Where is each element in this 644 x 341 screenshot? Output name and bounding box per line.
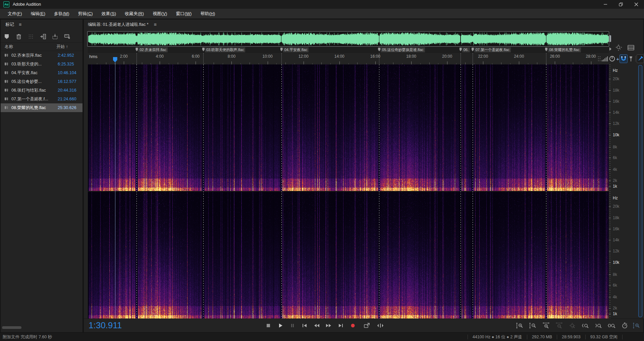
menu-favorites[interactable]: 收藏夹(R) (120, 11, 148, 17)
pin-editor-icon[interactable] (637, 54, 644, 63)
marker-list-row[interactable]: 02.齐来崇拜.flac2:42.952 (1, 51, 83, 60)
frequency-tick-label: 14k (613, 110, 619, 115)
panel-menu-icon[interactable]: ≡ (19, 22, 21, 27)
navigate-zoom-icon[interactable] (615, 44, 623, 53)
insert-range-markers-button[interactable] (49, 32, 61, 41)
menu-help[interactable]: 帮助(H) (196, 11, 219, 17)
batch-markers-button[interactable] (25, 32, 37, 41)
ruler-tick-label: 12:00 (299, 54, 309, 59)
insert-into-playlist-button[interactable] (37, 32, 49, 41)
zoom-to-in-point-button[interactable] (580, 322, 591, 330)
export-markers-button[interactable] (61, 32, 73, 41)
ruler-tick (447, 61, 447, 64)
zoom-in-amplitude-button[interactable] (515, 322, 525, 330)
play-button[interactable] (275, 321, 285, 330)
minimize-button[interactable] (598, 0, 613, 9)
marker-pen-icon[interactable] (628, 54, 634, 63)
menu-edit[interactable]: 编辑(E) (26, 11, 50, 17)
ruler-tick (339, 61, 340, 64)
zoom-to-selection-button[interactable] (606, 322, 617, 330)
ruler-tick-label: 18:00 (406, 54, 416, 59)
zoom-in-vertical-button[interactable] (631, 322, 642, 330)
snap-magnet-icon[interactable] (620, 54, 628, 63)
marker-list-row[interactable]: 05.这位奇妙婴...16:12.577 (1, 77, 83, 86)
snap-plus-label[interactable]: + (616, 54, 620, 63)
ruler-tick (555, 61, 555, 64)
overview-end-handle[interactable] (609, 35, 611, 42)
marker-flag-icon[interactable] (202, 48, 205, 51)
delete-marker-button[interactable] (13, 32, 25, 41)
menu-effects[interactable]: 效果(S) (97, 11, 120, 17)
skip-to-end-button[interactable] (336, 321, 346, 330)
navigate-zoom-button[interactable] (567, 322, 578, 330)
marker-flag-icon[interactable] (472, 48, 474, 51)
record-button[interactable] (348, 321, 358, 330)
markers-strip-end-handle[interactable] (609, 47, 611, 51)
marker-flag-icon[interactable] (545, 48, 547, 51)
panel-drag-handle-icon[interactable] (597, 54, 601, 63)
transport-bar: 1:30.911 (84, 319, 643, 333)
status-free-space: 93.32 GB 空闲 (590, 334, 618, 340)
markers-hscroll-thumb[interactable] (2, 326, 21, 329)
pause-button[interactable] (287, 321, 298, 330)
menu-view[interactable]: 视图(V) (148, 11, 171, 17)
marker-list-row[interactable]: 08.荣耀的礼赞.flac25:30.626 (1, 103, 83, 112)
ruler-unit-label[interactable]: hms (89, 54, 98, 59)
restore-button[interactable] (613, 0, 629, 9)
editor-panel-menu-icon[interactable]: ≡ (154, 22, 157, 27)
menu-window[interactable]: 窗口(W) (171, 11, 196, 17)
spectrogram-display[interactable] (88, 64, 609, 319)
markers-panel-title[interactable]: 标记 (5, 21, 14, 28)
marker-strip-label[interactable]: 08.荣耀的礼赞.flac (548, 47, 581, 52)
marker-strip-label[interactable]: 06. (462, 47, 470, 52)
clock-time-icon[interactable] (608, 54, 616, 63)
stop-button[interactable] (263, 321, 273, 330)
current-time-display[interactable]: 1:30.911 (89, 320, 122, 331)
rewind-button[interactable] (312, 321, 322, 330)
frequency-tick-label: 10k (613, 260, 619, 265)
timeline-ruler[interactable]: hms 2:004:006:008:0010:0012:0014:0016:00… (88, 53, 609, 65)
marker-list-row[interactable]: 04.平安夜.flac10:46.104 (1, 68, 83, 77)
overview-waveform[interactable] (88, 32, 609, 46)
column-header-name[interactable]: 名称 (5, 44, 13, 50)
frequency-scrollbar[interactable] (638, 65, 642, 317)
marker-flag-icon[interactable] (378, 48, 380, 51)
marker-strip-label[interactable]: 05.这位奇妙婴孩是谁.flac (381, 47, 425, 52)
marker-strip-label[interactable]: 03.听那天使的歌声.flac (205, 47, 245, 52)
fast-forward-button[interactable] (324, 321, 334, 330)
marker-flag-icon[interactable] (136, 48, 138, 51)
skip-playhead-button[interactable] (375, 321, 385, 330)
frequency-tick (609, 181, 611, 181)
marker-flag-icon[interactable] (460, 48, 462, 51)
menu-clip[interactable]: 剪辑(C) (74, 11, 97, 17)
marker-list-row[interactable]: 07.第一个圣诞夜.f...21:24.660 (1, 95, 83, 103)
column-header-start[interactable]: 开始 ↑ (56, 44, 68, 50)
menu-file[interactable]: 文件(F) (3, 11, 26, 17)
frequency-tick-label: 12k (613, 121, 619, 126)
menu-multitrack[interactable]: 多轨(M) (50, 11, 74, 17)
editor-tab[interactable]: 编辑器: 01.圣诞老人进城啦.flac * ≡ (88, 20, 157, 29)
spectral-display-list-icon[interactable] (627, 45, 635, 52)
range-marker-icon (4, 105, 10, 110)
ruler-tick-label: 26:00 (550, 54, 560, 59)
zoom-out-amplitude-button[interactable] (528, 322, 538, 330)
marker-list-row[interactable]: 03.听那天使的...6:25.325 (1, 60, 83, 68)
zoom-to-out-point-button[interactable] (593, 322, 604, 330)
marker-strip-label[interactable]: 02.齐来崇拜.flac (138, 47, 167, 52)
zoom-out-time-button[interactable] (554, 322, 565, 330)
ruler-tick-label: 22:00 (478, 54, 488, 59)
loop-playback-button[interactable] (362, 321, 372, 330)
marker-flag-icon[interactable] (280, 48, 283, 51)
levels-meter-icon[interactable] (601, 54, 609, 63)
marker-list-row[interactable]: 06.张灯与结彩.flac20:44.316 (1, 86, 83, 95)
zoom-in-time-button[interactable] (541, 322, 551, 330)
add-marker-button[interactable] (1, 32, 13, 41)
stopwatch-button[interactable] (619, 322, 630, 330)
marker-strip-label[interactable]: 04.平安夜.flac (283, 47, 309, 52)
marker-strip-label[interactable]: 07.第一个圣诞夜.flac (474, 47, 511, 52)
close-button[interactable] (629, 0, 644, 9)
skip-to-start-button[interactable] (300, 321, 310, 330)
marker-start-time: 20:44.316 (58, 88, 83, 93)
ruler-tick (519, 61, 519, 64)
markers-strip[interactable]: 02.齐来崇拜.flac03.听那天使的歌声.flac04.平安夜.flac05… (88, 47, 609, 53)
